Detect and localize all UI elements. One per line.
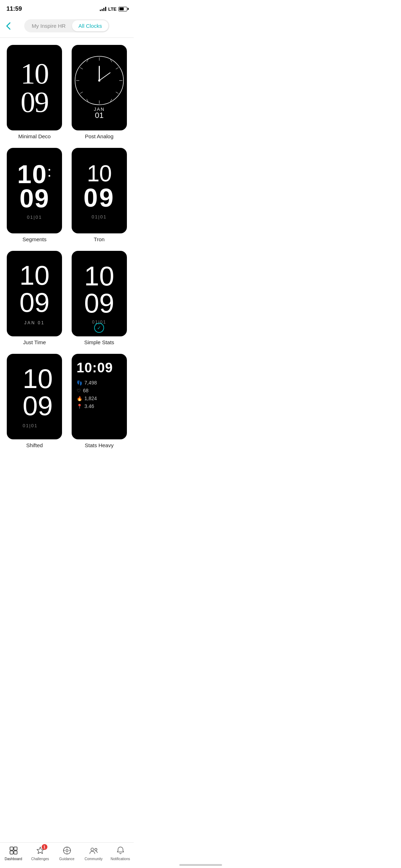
- header: My Inspire HR All Clocks: [0, 16, 134, 37]
- tab-all-clocks[interactable]: All Clocks: [72, 20, 108, 31]
- battery-icon: [118, 7, 127, 11]
- clock-item-stats-heavy[interactable]: 10:09 👣 7,498 ♡ 68 🔥 1,824 📍 3.46 Stats …: [71, 354, 128, 448]
- tab-switcher: My Inspire HR All Clocks: [24, 19, 109, 32]
- analog-clock-svg: JAN 01: [72, 45, 127, 130]
- clock-item-simple-stats[interactable]: 10 09 01|01 ✓ Simple Stats: [71, 251, 128, 345]
- svg-line-7: [116, 92, 119, 94]
- selected-indicator: ✓: [94, 323, 104, 333]
- clock-face-stats-heavy: 10:09 👣 7,498 ♡ 68 🔥 1,824 📍 3.46: [72, 354, 127, 439]
- tab-my-inspire-hr[interactable]: My Inspire HR: [25, 20, 72, 31]
- lte-label: LTE: [108, 6, 117, 12]
- clock-face-tron: 10 09 01|01: [72, 148, 127, 233]
- clock-item-post-analog[interactable]: JAN 01 Post Analog: [71, 45, 128, 139]
- svg-line-10: [80, 68, 83, 69]
- stats-steps: 7,498: [84, 380, 97, 386]
- clock-face-segments: 10 09 01|01: [7, 148, 62, 233]
- clock-name-segments: Segments: [22, 236, 47, 242]
- clock-name-stats-heavy: Stats Heavy: [85, 442, 114, 448]
- clock-face-post-analog: JAN 01: [72, 45, 127, 130]
- clock-item-just-time[interactable]: 10 09 JAN 01 Just Time: [6, 251, 63, 345]
- signal-icon: [100, 7, 106, 11]
- svg-line-6: [116, 68, 119, 69]
- svg-line-11: [80, 92, 83, 94]
- stats-hr: 68: [83, 388, 89, 393]
- clock-grid: 10 09 Minimal Deco: [0, 38, 134, 455]
- svg-point-15: [98, 79, 100, 82]
- clock-name-minimal-deco: Minimal Deco: [18, 133, 51, 139]
- clock-name-just-time: Just Time: [23, 339, 46, 345]
- clock-face-just-time: 10 09 JAN 01: [7, 251, 62, 336]
- clock-face-minimal-deco: 10 09: [7, 45, 62, 130]
- status-time: 11:59: [6, 5, 22, 12]
- clock-item-shifted[interactable]: 10 09 01|01 Shifted: [6, 354, 63, 448]
- clock-face-shifted: 10 09 01|01: [7, 354, 62, 439]
- clock-item-tron[interactable]: 10 09 01|01 Tron: [71, 148, 128, 242]
- clock-item-segments[interactable]: 10 09 01|01 Segments: [6, 148, 63, 242]
- stats-heavy-time: 10:09: [77, 360, 113, 376]
- svg-line-14: [99, 73, 110, 81]
- clock-face-simple-stats: 10 09 01|01 ✓: [72, 251, 127, 336]
- stats-distance: 3.46: [84, 403, 94, 409]
- stats-calories: 1,824: [84, 396, 97, 401]
- status-right: LTE: [100, 6, 127, 12]
- clock-name-tron: Tron: [94, 236, 104, 242]
- svg-text:01: 01: [95, 111, 103, 120]
- back-button[interactable]: [6, 22, 11, 30]
- clock-name-simple-stats: Simple Stats: [84, 339, 114, 345]
- clock-name-post-analog: Post Analog: [85, 133, 113, 139]
- status-bar: 11:59 LTE: [0, 0, 134, 16]
- clock-name-shifted: Shifted: [26, 442, 43, 448]
- clock-item-minimal-deco[interactable]: 10 09 Minimal Deco: [6, 45, 63, 139]
